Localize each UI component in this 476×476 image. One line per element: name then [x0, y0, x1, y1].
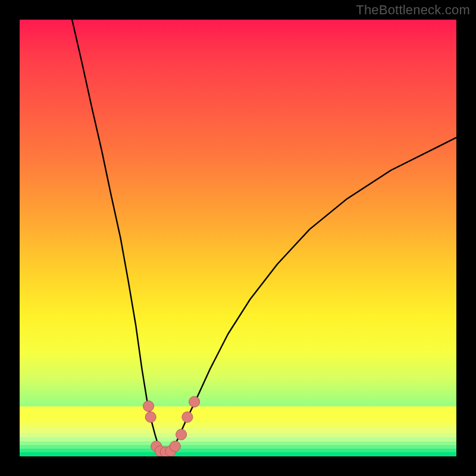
stage: TheBottleneck.com: [0, 0, 476, 476]
data-marker: [182, 412, 193, 422]
marker-layer: [20, 20, 456, 456]
data-marker: [143, 401, 154, 412]
watermark-text: TheBottleneck.com: [356, 2, 470, 18]
data-marker: [189, 396, 200, 407]
plot-area: [20, 20, 456, 456]
data-marker: [145, 412, 156, 422]
data-marker: [170, 441, 180, 452]
data-marker: [176, 429, 187, 440]
